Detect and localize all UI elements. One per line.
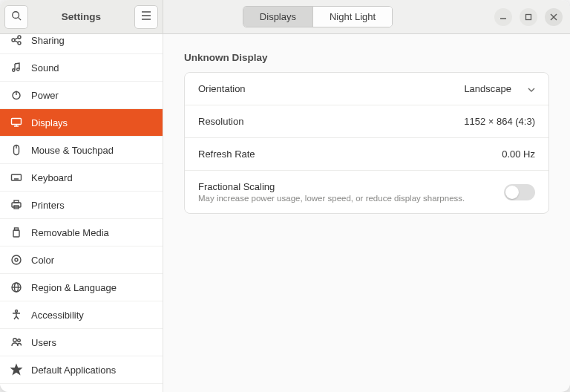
monitor-icon <box>10 117 22 128</box>
sidebar-item-printers[interactable]: Printers <box>0 192 163 219</box>
svg-line-1 <box>19 18 22 21</box>
sidebar-item-users[interactable]: Users <box>0 329 163 356</box>
svg-line-12 <box>15 38 19 39</box>
sidebar: Sharing Sound Power Displays Mouse & Tou <box>0 34 163 392</box>
svg-rect-32 <box>15 228 19 230</box>
display-settings-panel: Orientation Landscape Resolution 1152 × … <box>184 72 549 214</box>
settings-window: Settings Displays Night Light <box>0 0 570 392</box>
printer-icon <box>10 199 22 211</box>
sidebar-item-label: Printers <box>31 200 65 211</box>
window-controls <box>472 0 570 33</box>
hamburger-icon <box>141 11 151 22</box>
sidebar-item-keyboard[interactable]: Keyboard <box>0 164 163 192</box>
content-area: Unknown Display Orientation Landscape Re… <box>163 34 570 392</box>
svg-rect-28 <box>12 203 21 207</box>
sidebar-item-label: Region & Language <box>31 282 117 293</box>
fractional-scaling-label: Fractional Scaling <box>198 181 465 192</box>
maximize-button[interactable] <box>520 8 537 26</box>
maximize-icon <box>525 13 532 21</box>
sidebar-item-accessibility[interactable]: Accessibility <box>0 301 163 329</box>
sidebar-item-label: Accessibility <box>31 310 84 321</box>
orientation-value: Landscape <box>464 83 511 94</box>
refresh-rate-value: 0.00 Hz <box>502 148 535 160</box>
accessibility-icon <box>10 309 22 321</box>
music-note-icon <box>10 62 22 74</box>
sidebar-item-removable-media[interactable]: Removable Media <box>0 219 163 246</box>
sidebar-item-label: Keyboard <box>31 172 73 183</box>
sidebar-item-default-applications[interactable]: Default Applications <box>0 356 163 384</box>
orientation-label: Orientation <box>198 83 246 94</box>
chevron-down-icon <box>528 83 535 94</box>
sidebar-item-label: Color <box>31 255 54 266</box>
fractional-scaling-sublabel: May increase power usage, lower speed, o… <box>198 194 465 203</box>
header-bar: Settings Displays Night Light <box>0 0 570 34</box>
svg-point-15 <box>17 68 19 71</box>
svg-rect-29 <box>14 200 19 203</box>
refresh-rate-row: Refresh Rate 0.00 Hz <box>185 138 548 171</box>
sidebar-item-region[interactable]: Region & Language <box>0 274 163 301</box>
resolution-label: Resolution <box>198 116 243 127</box>
svg-point-34 <box>15 258 18 261</box>
sidebar-item-power[interactable]: Power <box>0 82 163 109</box>
svg-point-39 <box>13 339 17 342</box>
refresh-rate-label: Refresh Rate <box>198 148 255 160</box>
mouse-icon <box>10 144 22 156</box>
svg-rect-6 <box>526 14 531 19</box>
sidebar-item-label: Sharing <box>31 35 65 46</box>
svg-point-14 <box>13 69 15 71</box>
fractional-scaling-text: Fractional Scaling May increase power us… <box>198 181 465 203</box>
minimize-icon <box>499 13 507 21</box>
sidebar-item-label: Displays <box>31 117 68 128</box>
svg-line-13 <box>15 41 19 42</box>
section-title: Unknown Display <box>184 52 549 63</box>
sidebar-item-label: Power <box>31 90 59 101</box>
sidebar-item-sharing[interactable]: Sharing <box>0 34 163 54</box>
svg-rect-18 <box>12 119 22 125</box>
minimize-button[interactable] <box>494 8 512 26</box>
users-icon <box>10 336 22 348</box>
sidebar-item-sound[interactable]: Sound <box>0 54 163 82</box>
sidebar-item-label: Mouse & Touchpad <box>31 145 114 156</box>
menu-button[interactable] <box>134 5 158 29</box>
fractional-scaling-toggle[interactable] <box>504 184 535 200</box>
color-icon <box>10 254 22 266</box>
share-icon <box>10 34 22 46</box>
sidebar-item-label: Users <box>31 337 56 348</box>
orientation-row[interactable]: Orientation Landscape <box>185 73 548 105</box>
body: Sharing Sound Power Displays Mouse & Tou <box>0 34 570 392</box>
svg-rect-23 <box>12 174 22 180</box>
sidebar-item-label: Default Applications <box>31 365 116 376</box>
app-title: Settings <box>31 11 131 22</box>
sidebar-item-displays[interactable]: Displays <box>0 109 163 137</box>
sidebar-item-color[interactable]: Color <box>0 246 163 274</box>
svg-point-0 <box>13 12 19 19</box>
sidebar-item-label: Sound <box>31 62 59 74</box>
svg-rect-31 <box>13 230 19 237</box>
search-icon <box>11 10 22 23</box>
resolution-row[interactable]: Resolution 1152 × 864 (4:3) <box>185 105 548 138</box>
close-button[interactable] <box>545 8 563 26</box>
header-left: Settings <box>0 0 163 33</box>
sidebar-item-label: Removable Media <box>31 227 109 238</box>
search-button[interactable] <box>4 5 28 29</box>
globe-icon <box>10 281 22 293</box>
sidebar-item-mouse[interactable]: Mouse & Touchpad <box>0 137 163 164</box>
svg-point-33 <box>12 255 21 264</box>
view-switcher: Displays Night Light <box>243 6 393 27</box>
tab-night-light[interactable]: Night Light <box>312 7 392 27</box>
sidebar-list[interactable]: Sharing Sound Power Displays Mouse & Tou <box>0 34 163 392</box>
header-center: Displays Night Light <box>163 0 472 33</box>
svg-point-40 <box>18 339 21 342</box>
toggle-knob <box>505 186 519 199</box>
resolution-value: 1152 × 864 (4:3) <box>464 116 535 127</box>
usb-icon <box>10 226 22 238</box>
power-icon <box>10 89 22 101</box>
svg-point-38 <box>16 310 18 313</box>
keyboard-icon <box>10 172 22 183</box>
star-icon <box>10 364 22 376</box>
fractional-scaling-row: Fractional Scaling May increase power us… <box>185 171 548 213</box>
tab-displays[interactable]: Displays <box>243 7 312 27</box>
close-icon <box>550 13 557 21</box>
